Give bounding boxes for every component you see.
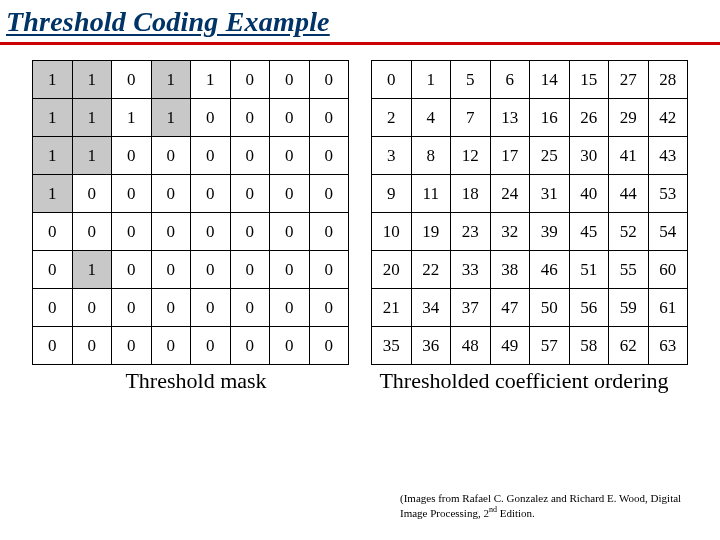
order-cell: 62	[609, 327, 649, 365]
mask-cell: 1	[112, 99, 152, 137]
order-cell: 25	[530, 137, 570, 175]
order-cell: 53	[648, 175, 688, 213]
mask-cell: 1	[72, 99, 112, 137]
order-cell: 55	[609, 251, 649, 289]
order-cell: 4	[411, 99, 451, 137]
mask-cell: 0	[230, 251, 270, 289]
mask-cell: 0	[309, 251, 349, 289]
mask-cell: 0	[72, 175, 112, 213]
mask-cell: 0	[112, 251, 152, 289]
order-cell: 10	[372, 213, 412, 251]
mask-cell: 0	[230, 99, 270, 137]
mask-cell: 0	[191, 289, 231, 327]
mask-cell: 0	[309, 289, 349, 327]
order-cell: 6	[490, 61, 530, 99]
mask-cell: 0	[72, 327, 112, 365]
mask-cell: 0	[191, 99, 231, 137]
mask-cell: 0	[270, 327, 310, 365]
mask-cell: 0	[309, 327, 349, 365]
order-cell: 48	[451, 327, 491, 365]
order-cell: 24	[490, 175, 530, 213]
order-cell: 8	[411, 137, 451, 175]
mask-cell: 0	[270, 61, 310, 99]
mask-cell: 0	[230, 137, 270, 175]
mask-cell: 0	[230, 175, 270, 213]
mask-cell: 0	[309, 137, 349, 175]
mask-cell: 0	[151, 137, 191, 175]
tables-row: 1101100011110000110000001000000000000000…	[32, 60, 688, 365]
order-cell: 9	[372, 175, 412, 213]
mask-cell: 0	[112, 175, 152, 213]
mask-cell: 0	[191, 213, 231, 251]
order-cell: 28	[648, 61, 688, 99]
order-cell: 27	[609, 61, 649, 99]
mask-cell: 0	[151, 213, 191, 251]
order-cell: 31	[530, 175, 570, 213]
mask-cell: 0	[191, 251, 231, 289]
order-cell: 7	[451, 99, 491, 137]
mask-cell: 1	[72, 61, 112, 99]
mask-cell: 0	[151, 251, 191, 289]
order-cell: 42	[648, 99, 688, 137]
mask-cell: 1	[33, 61, 73, 99]
order-cell: 50	[530, 289, 570, 327]
order-cell: 56	[569, 289, 609, 327]
mask-cell: 0	[230, 289, 270, 327]
order-cell: 38	[490, 251, 530, 289]
mask-cell: 0	[230, 213, 270, 251]
mask-cell: 1	[151, 61, 191, 99]
mask-cell: 0	[270, 99, 310, 137]
mask-cell: 1	[72, 137, 112, 175]
order-cell: 17	[490, 137, 530, 175]
slide: Threshold Coding Example 110110001111000…	[0, 0, 720, 540]
order-cell: 59	[609, 289, 649, 327]
mask-cell: 0	[191, 327, 231, 365]
mask-cell: 0	[270, 175, 310, 213]
order-cell: 15	[569, 61, 609, 99]
order-cell: 41	[609, 137, 649, 175]
mask-cell: 1	[191, 61, 231, 99]
mask-cell: 0	[33, 327, 73, 365]
order-cell: 58	[569, 327, 609, 365]
mask-cell: 0	[191, 137, 231, 175]
mask-cell: 1	[33, 175, 73, 213]
mask-cell: 0	[270, 251, 310, 289]
captions-row: Threshold mask Thresholded coefficient o…	[32, 368, 688, 394]
mask-cell: 0	[112, 137, 152, 175]
threshold-mask-table: 1101100011110000110000001000000000000000…	[32, 60, 349, 365]
mask-cell: 1	[72, 251, 112, 289]
order-cell: 43	[648, 137, 688, 175]
order-cell: 22	[411, 251, 451, 289]
mask-cell: 0	[112, 327, 152, 365]
mask-cell: 0	[112, 289, 152, 327]
mask-cell: 0	[230, 327, 270, 365]
mask-cell: 0	[112, 61, 152, 99]
order-cell: 1	[411, 61, 451, 99]
order-cell: 3	[372, 137, 412, 175]
mask-cell: 0	[191, 175, 231, 213]
mask-cell: 0	[33, 251, 73, 289]
order-cell: 57	[530, 327, 570, 365]
mask-cell: 0	[270, 289, 310, 327]
order-cell: 39	[530, 213, 570, 251]
image-credit: (Images from Rafael C. Gonzalez and Rich…	[400, 492, 700, 520]
order-cell: 21	[372, 289, 412, 327]
mask-cell: 0	[151, 327, 191, 365]
order-cell: 2	[372, 99, 412, 137]
mask-cell: 1	[151, 99, 191, 137]
order-cell: 30	[569, 137, 609, 175]
ordering-table: 0156141527282471316262942381217253041439…	[371, 60, 688, 365]
mask-cell: 0	[72, 213, 112, 251]
mask-cell: 0	[33, 289, 73, 327]
order-cell: 46	[530, 251, 570, 289]
order-cell: 54	[648, 213, 688, 251]
title-underline	[0, 42, 720, 45]
order-cell: 63	[648, 327, 688, 365]
order-cell: 36	[411, 327, 451, 365]
mask-cell: 0	[309, 99, 349, 137]
order-cell: 33	[451, 251, 491, 289]
mask-cell: 0	[151, 289, 191, 327]
mask-cell: 0	[33, 213, 73, 251]
order-cell: 34	[411, 289, 451, 327]
order-cell: 29	[609, 99, 649, 137]
